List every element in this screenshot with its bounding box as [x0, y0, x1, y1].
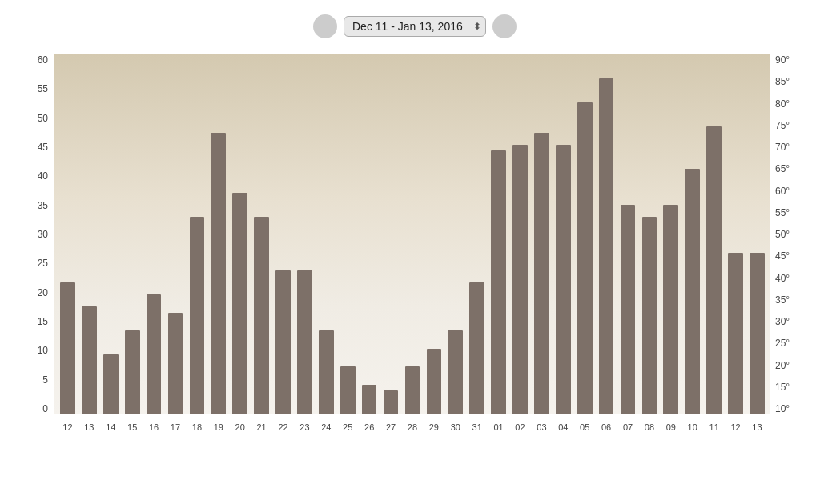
x-label-30-18: 30	[445, 422, 465, 432]
y-right-label-45: 45°	[775, 250, 790, 262]
bar-group	[726, 54, 746, 414]
bar-13-1	[82, 306, 97, 414]
bars-container	[54, 54, 770, 414]
x-label-21-9: 21	[251, 422, 271, 432]
x-label-16-4: 16	[144, 422, 164, 432]
bar-group	[316, 54, 336, 414]
bar-12-31	[728, 253, 743, 415]
x-label-22-10: 22	[273, 422, 293, 432]
x-label-24-12: 24	[316, 422, 336, 432]
x-label-07-26: 07	[618, 422, 638, 432]
bar-group	[123, 54, 143, 414]
bar-16-4	[147, 294, 162, 414]
bar-group	[575, 54, 595, 414]
y-right-label-85: 85°	[775, 76, 790, 87]
x-label-02-21: 02	[510, 422, 530, 432]
bar-29-17	[427, 349, 442, 415]
bar-group	[144, 54, 164, 414]
bar-21-9	[254, 217, 269, 415]
x-label-11-30: 11	[704, 422, 724, 432]
bar-09-28	[663, 205, 678, 415]
x-label-20-8: 20	[230, 422, 250, 432]
bar-31-19	[469, 282, 484, 414]
x-label-05-24: 05	[575, 422, 595, 432]
x-label-19-7: 19	[208, 422, 228, 432]
y-axis-right: 90° 85° 80° 75° 70° 65° 60° 55° 50° 45° …	[772, 54, 804, 414]
y-right-label-20: 20°	[775, 360, 790, 371]
top-links-bar	[0, 45, 820, 54]
bar-03-22	[534, 133, 549, 415]
y-left-label-35: 35	[38, 200, 48, 211]
bar-11-30	[706, 126, 722, 414]
chart-area: 60 55 50 45 40 35 30 25 20 15 10 5 0 90°…	[16, 54, 804, 446]
y-right-label-50: 50°	[775, 229, 790, 240]
page-header: Dec 11 - Jan 13, 2016	[0, 0, 820, 45]
bar-group	[360, 54, 380, 414]
x-label-23-11: 23	[295, 422, 315, 432]
bar-06-25	[599, 78, 614, 414]
y-left-label-15: 15	[38, 316, 48, 327]
bar-group	[251, 54, 271, 414]
bar-group	[79, 54, 99, 414]
bar-group	[510, 54, 530, 414]
x-label-09-28: 09	[661, 422, 681, 432]
y-right-label-80: 80°	[775, 98, 790, 110]
x-label-04-23: 04	[553, 422, 573, 432]
bar-group	[424, 54, 444, 414]
bar-15-3	[125, 330, 140, 414]
bar-17-5	[168, 313, 183, 415]
bar-10-29	[685, 169, 700, 415]
y-left-label-0: 0	[42, 403, 48, 414]
bar-22-10	[275, 270, 291, 414]
y-right-label-10: 10°	[775, 403, 790, 414]
bar-08-27	[642, 217, 657, 415]
x-label-27-15: 27	[381, 422, 401, 432]
y-right-label-15: 15°	[775, 382, 790, 393]
x-axis: 1213141516171819202122232425262728293031…	[54, 422, 770, 432]
x-label-12-0: 12	[58, 422, 78, 432]
bar-04-23	[556, 145, 571, 415]
bar-group	[682, 54, 702, 414]
x-label-17-5: 17	[166, 422, 186, 432]
bar-group	[381, 54, 401, 414]
bar-13-32	[750, 253, 765, 415]
y-right-label-65: 65°	[775, 163, 790, 174]
bar-02-21	[512, 145, 528, 415]
y-left-label-45: 45	[38, 142, 48, 153]
x-label-31-19: 31	[467, 422, 487, 432]
bar-30-18	[448, 330, 463, 414]
y-right-label-55: 55°	[775, 207, 790, 218]
x-label-25-13: 25	[338, 422, 358, 432]
y-right-label-75: 75°	[775, 120, 790, 131]
y-axis-left: 60 55 50 45 40 35 30 25 20 15 10 5 0	[16, 54, 53, 414]
bar-group	[338, 54, 358, 414]
bar-05-24	[577, 102, 593, 414]
prev-button[interactable]	[313, 14, 337, 38]
x-label-08-27: 08	[639, 422, 659, 432]
bar-group	[58, 54, 78, 414]
bar-group	[295, 54, 315, 414]
bar-group	[661, 54, 681, 414]
bar-group	[403, 54, 423, 414]
y-left-label-60: 60	[38, 54, 48, 66]
bar-18-6	[190, 217, 205, 415]
bar-group	[208, 54, 228, 414]
y-right-label-90: 90°	[775, 54, 790, 66]
x-label-13-1: 13	[79, 422, 99, 432]
bar-group	[532, 54, 552, 414]
bar-23-11	[297, 270, 312, 414]
bar-26-14	[362, 385, 377, 414]
bar-group	[166, 54, 186, 414]
bar-01-20	[491, 150, 506, 414]
bar-group	[445, 54, 465, 414]
y-left-label-30: 30	[38, 229, 48, 240]
x-label-15-3: 15	[123, 422, 143, 432]
x-label-10-29: 10	[682, 422, 702, 432]
x-label-03-22: 03	[532, 422, 552, 432]
x-label-13-32: 13	[747, 422, 767, 432]
next-button[interactable]	[492, 14, 517, 38]
y-right-label-30: 30°	[775, 316, 790, 327]
y-left-label-20: 20	[38, 287, 48, 298]
date-range-select[interactable]: Dec 11 - Jan 13, 2016	[344, 16, 486, 37]
bar-group	[187, 54, 207, 414]
